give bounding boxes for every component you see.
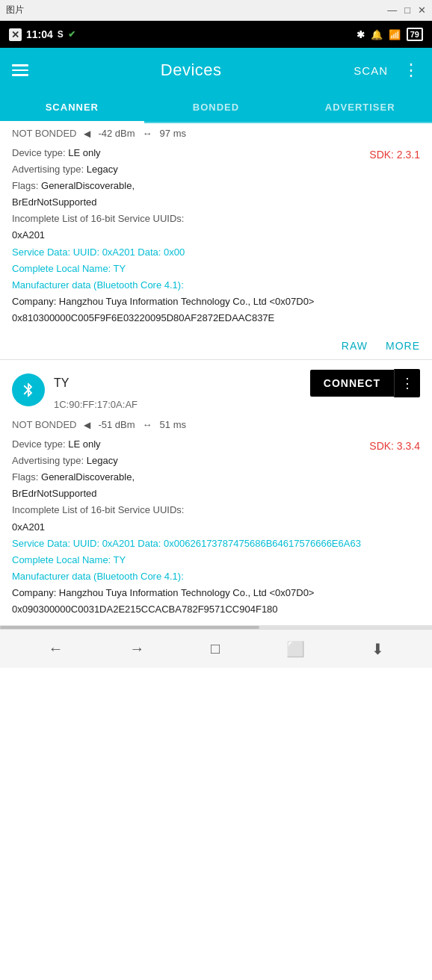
status-check-icon: ✔ xyxy=(68,29,75,40)
device1-detail-2: Flags: GeneralDiscoverable,BrEdrNotSuppo… xyxy=(12,178,420,211)
wifi-icon: 📶 xyxy=(389,29,401,40)
forward-button[interactable]: → xyxy=(120,634,153,663)
tab-advertiser[interactable]: ADVERTISER xyxy=(288,93,432,122)
status-bar: ✕ 11:04 S ✔ ✱ 🔔 📶 79 xyxy=(0,21,432,48)
device1-dbm: -42 dBm xyxy=(98,128,135,139)
hamburger-menu-button[interactable] xyxy=(12,64,28,76)
device2-dbm: -51 dBm xyxy=(98,419,135,430)
device1-bond-status: NOT BONDED xyxy=(12,128,76,139)
device1-more-button[interactable]: MORE xyxy=(386,340,420,352)
app-icon: ✕ xyxy=(9,28,22,41)
device2-interval-arrow: ↔ xyxy=(143,419,152,430)
device1-status-line: NOT BONDED ◀ -42 dBm ↔ 97 ms xyxy=(0,123,432,139)
device1-signal-icon: ◀ xyxy=(84,128,90,139)
device2-name-row: TY CONNECT ⋮ xyxy=(54,369,420,397)
window-title: 图片 xyxy=(6,4,24,16)
close-button[interactable]: ✕ xyxy=(418,4,426,16)
device2-detail-3: Incomplete List of 16-bit Service UUIDs:… xyxy=(12,502,420,535)
status-bar-right: ✱ 🔔 📶 79 xyxy=(357,28,423,41)
device2-name: TY xyxy=(54,376,69,390)
status-s-icon: S xyxy=(58,29,64,40)
device2-detail-5: Complete Local Name: TY xyxy=(12,552,420,568)
notification-icon: 🔔 xyxy=(371,29,383,40)
device2-interval: 51 ms xyxy=(160,419,186,430)
overview-button[interactable]: □ xyxy=(202,634,229,663)
back-button[interactable]: ← xyxy=(39,634,72,663)
device1-detail-5: Complete Local Name: TY xyxy=(12,261,420,277)
device2-header: TY CONNECT ⋮ 1C:90:FF:17:0A:AF xyxy=(0,360,432,415)
share-button[interactable]: ⬜ xyxy=(277,634,314,664)
connect-button[interactable]: CONNECT xyxy=(310,370,394,397)
device1-sdk-label: SDK: 2.3.1 xyxy=(369,146,420,164)
app-title: Devices xyxy=(161,61,222,80)
device2-detail-1: Advertising type: Legacy xyxy=(12,453,420,469)
hamburger-line-1 xyxy=(12,64,28,66)
status-bar-left: ✕ 11:04 S ✔ xyxy=(9,28,75,41)
minimize-button[interactable]: — xyxy=(387,4,397,16)
device2-connect-group: CONNECT ⋮ xyxy=(310,369,420,397)
device1-detail-0: Device type: LE only xyxy=(12,145,420,161)
device2-mac: 1C:90:FF:17:0A:AF xyxy=(54,399,420,410)
tab-bonded[interactable]: BONDED xyxy=(144,93,288,122)
device1-detail-1: Advertising type: Legacy xyxy=(12,161,420,178)
download-button[interactable]: ⬇ xyxy=(362,634,393,664)
device2-status-line: NOT BONDED ◀ -51 dBm ↔ 51 ms xyxy=(0,415,432,430)
device1-detail-6: Manufacturer data (Bluetooth Core 4.1): xyxy=(12,277,420,294)
device1-actions: RAW MORE xyxy=(0,334,432,359)
device2-detail-6: Manufacturer data (Bluetooth Core 4.1): xyxy=(12,568,420,585)
device-card-1: NOT BONDED ◀ -42 dBm ↔ 97 ms SDK: 2.3.1 … xyxy=(0,123,432,360)
bottom-nav: ← → □ ⬜ ⬇ xyxy=(0,629,432,668)
status-time: 11:04 xyxy=(26,28,53,40)
device2-detail-7: Company: Hangzhou Tuya Information Techn… xyxy=(12,585,420,618)
maximize-button[interactable]: □ xyxy=(404,4,410,16)
device2-info: TY CONNECT ⋮ 1C:90:FF:17:0A:AF xyxy=(54,369,420,410)
device1-raw-button[interactable]: RAW xyxy=(342,340,368,352)
device2-details: SDK: 3.3.4 Device type: LE only Advertis… xyxy=(0,430,432,625)
scan-button[interactable]: SCAN xyxy=(354,64,388,77)
device2-bond-status: NOT BONDED xyxy=(12,419,76,430)
connect-more-button[interactable]: ⋮ xyxy=(394,369,420,397)
device1-details: SDK: 2.3.1 Device type: LE only Advertis… xyxy=(0,139,432,334)
device2-bluetooth-icon xyxy=(12,373,45,406)
tab-bar: SCANNER BONDED ADVERTISER xyxy=(0,93,432,123)
device2-sdk-label: SDK: 3.3.4 xyxy=(369,438,420,456)
device2-detail-4: Service Data: UUID: 0xA201 Data: 0x00626… xyxy=(12,536,420,552)
battery-icon: 79 xyxy=(407,28,423,41)
device1-detail-4: Service Data: UUID: 0xA201 Data: 0x00 xyxy=(12,244,420,261)
device1-detail-7: Company: Hangzhou Tuya Information Techn… xyxy=(12,294,420,326)
app-header-actions: SCAN ⋮ xyxy=(354,62,420,78)
device2-detail-2: Flags: GeneralDiscoverable,BrEdrNotSuppo… xyxy=(12,469,420,502)
device2-signal-icon: ◀ xyxy=(84,420,90,430)
title-bar: 图片 — □ ✕ xyxy=(0,0,432,21)
device-card-2: TY CONNECT ⋮ 1C:90:FF:17:0A:AF NOT BONDE… xyxy=(0,360,432,626)
hamburger-line-2 xyxy=(12,69,28,72)
device-list: NOT BONDED ◀ -42 dBm ↔ 97 ms SDK: 2.3.1 … xyxy=(0,123,432,626)
device1-interval-arrow: ↔ xyxy=(143,128,152,139)
device2-detail-0: Device type: LE only xyxy=(12,436,420,453)
tab-scanner[interactable]: SCANNER xyxy=(0,93,144,122)
more-menu-button[interactable]: ⋮ xyxy=(403,62,420,78)
device1-interval: 97 ms xyxy=(160,128,186,139)
bluetooth-status-icon: ✱ xyxy=(357,29,365,40)
hamburger-line-3 xyxy=(12,74,28,76)
window-controls[interactable]: — □ ✕ xyxy=(387,4,426,16)
device1-detail-3: Incomplete List of 16-bit Service UUIDs:… xyxy=(12,211,420,244)
app-header: Devices SCAN ⋮ xyxy=(0,48,432,93)
